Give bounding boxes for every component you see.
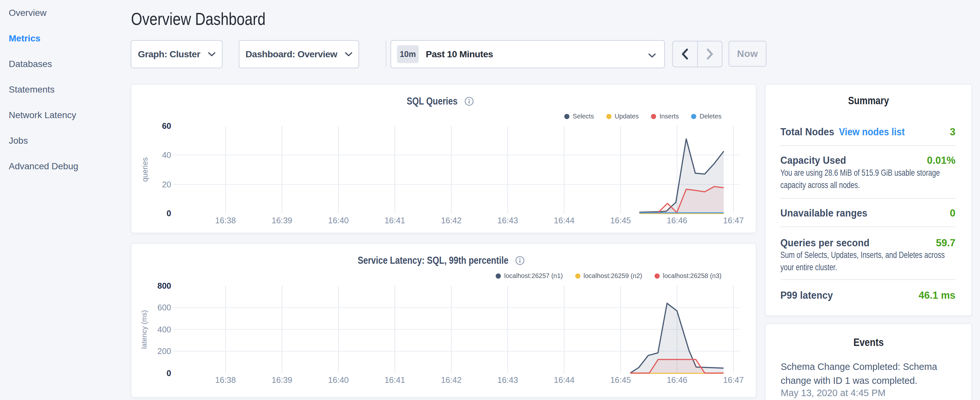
svg-text:16:45: 16:45 <box>610 216 631 225</box>
svg-text:16:47: 16:47 <box>723 375 744 384</box>
svg-text:16:40: 16:40 <box>328 375 349 384</box>
svg-text:16:44: 16:44 <box>554 216 574 225</box>
svg-text:16:41: 16:41 <box>384 375 405 384</box>
svg-text:16:44: 16:44 <box>554 375 574 384</box>
svg-text:16:46: 16:46 <box>667 216 687 225</box>
svg-text:16:38: 16:38 <box>215 375 236 384</box>
svg-text:16:43: 16:43 <box>497 375 518 384</box>
svg-text:queries: queries <box>141 157 149 182</box>
svg-text:16:47: 16:47 <box>723 216 744 225</box>
svg-text:800: 800 <box>157 281 171 290</box>
svg-text:16:39: 16:39 <box>272 375 292 384</box>
svg-text:16:38: 16:38 <box>215 216 236 225</box>
svg-text:16:39: 16:39 <box>272 216 292 225</box>
svg-text:16:42: 16:42 <box>441 375 462 384</box>
svg-text:20: 20 <box>162 180 171 189</box>
svg-text:200: 200 <box>157 347 171 356</box>
svg-text:600: 600 <box>157 303 171 312</box>
svg-text:400: 400 <box>157 325 171 334</box>
svg-text:16:40: 16:40 <box>328 216 349 225</box>
svg-text:16:42: 16:42 <box>441 216 462 225</box>
svg-text:16:46: 16:46 <box>667 375 687 384</box>
svg-text:latency (ms): latency (ms) <box>140 310 148 349</box>
svg-text:0: 0 <box>167 209 171 218</box>
svg-text:16:45: 16:45 <box>610 375 631 384</box>
svg-text:0: 0 <box>167 369 171 378</box>
svg-text:40: 40 <box>162 150 171 159</box>
svg-text:60: 60 <box>162 121 171 131</box>
svg-text:16:43: 16:43 <box>497 216 518 225</box>
svg-text:16:41: 16:41 <box>384 216 405 225</box>
